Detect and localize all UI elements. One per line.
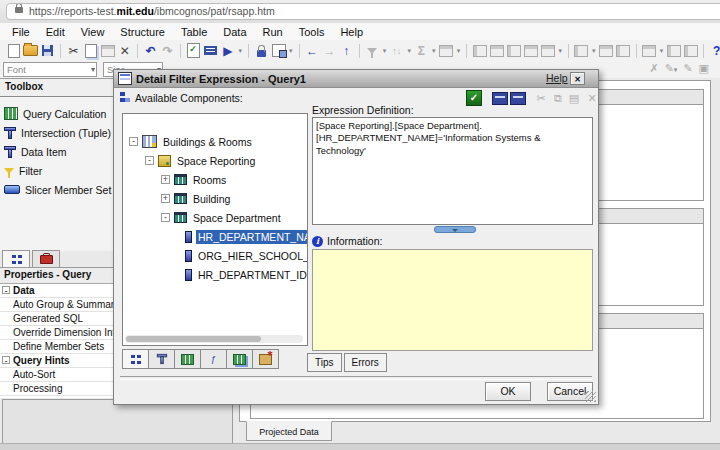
tab-data-items[interactable] [149, 349, 175, 369]
menu-edit[interactable]: Edit [38, 26, 73, 38]
tree-node-buildings-rooms[interactable]: - Buildings & Rooms [123, 132, 307, 151]
property-generated-sql[interactable]: Generated SQL [0, 312, 118, 326]
collapse-icon[interactable]: - [2, 286, 10, 294]
tab-parameters[interactable] [253, 349, 279, 369]
expression-editor[interactable]: [Space Reporting].[Space Department].[HR… [312, 117, 593, 225]
close-icon[interactable]: ✕ [570, 72, 585, 85]
tree-node-label[interactable]: Building [191, 192, 232, 206]
validate-report-icon[interactable] [185, 42, 202, 60]
expand-icon[interactable]: + [161, 175, 170, 184]
redo-icon[interactable]: ↷ [159, 42, 176, 60]
tab-projected-data-items[interactable]: Projected Data Items [246, 421, 332, 441]
menu-data[interactable]: Data [215, 26, 254, 38]
expand-icon[interactable]: + [161, 194, 170, 203]
summarize-arrow-icon[interactable]: ▾ [430, 47, 438, 55]
property-auto-group[interactable]: Auto Group & Summariz [0, 298, 118, 312]
splitter-handle[interactable] [434, 226, 476, 233]
go-up-icon[interactable]: ↑ [338, 42, 355, 60]
resize-grip[interactable] [585, 391, 596, 402]
sort-icon[interactable]: ↑↓ [388, 42, 405, 60]
summarize-icon[interactable]: Σ [413, 42, 430, 60]
tree-node-space-department[interactable]: - Space Department [123, 208, 307, 227]
property-override-dimension[interactable]: Override Dimension Info [0, 326, 118, 340]
headers-icon[interactable] [665, 42, 682, 60]
insert-single-value-icon[interactable] [492, 90, 508, 106]
property-define-member-sets[interactable]: Define Member Sets [0, 340, 118, 354]
tree-node-space-reporting[interactable]: - Space Reporting [123, 151, 307, 170]
menu-run[interactable]: Run [255, 26, 291, 38]
dialog-title-bar[interactable]: Detail Filter Expression - Query1 [114, 70, 598, 88]
cut-icon[interactable]: ✂ [65, 42, 82, 60]
image-style-icon[interactable]: ▣ [699, 62, 709, 75]
paste-icon[interactable] [99, 42, 116, 60]
visual-aids-arrow-icon[interactable]: ▾ [287, 47, 295, 55]
aggregate-arrow-icon[interactable]: ▾ [455, 47, 463, 55]
collapse-icon[interactable]: - [2, 356, 10, 364]
cut-expression-icon[interactable]: ✂ [533, 90, 549, 106]
insert-multiple-values-icon[interactable] [510, 90, 526, 106]
help-link[interactable]: Help [546, 72, 568, 84]
copy-icon[interactable] [82, 42, 99, 60]
pivot-icon[interactable] [615, 42, 632, 60]
property-group-query-hints[interactable]: - Query Hints [0, 354, 118, 368]
tree-node-building[interactable]: + Building [123, 189, 307, 208]
help-icon[interactable]: ? [708, 42, 720, 60]
sort-arrow-icon[interactable]: ▾ [405, 47, 413, 55]
table-style-icon[interactable] [641, 42, 658, 60]
toolbox-item-slicer-member-set[interactable]: Slicer Member Set [0, 180, 119, 199]
menu-help[interactable]: Help [332, 26, 371, 38]
tab-errors[interactable]: Errors [344, 353, 387, 372]
new-report-icon[interactable] [5, 42, 22, 60]
menu-view[interactable]: View [73, 26, 113, 38]
toolbox-item-query-calculation[interactable]: Query Calculation [0, 104, 119, 123]
tab-queries[interactable] [175, 349, 201, 369]
menu-structure[interactable]: Structure [112, 26, 173, 38]
tree-node-label[interactable]: Space Department [191, 211, 283, 225]
toolbox-item-data-item[interactable]: Data Item [0, 142, 119, 161]
insert-chart-icon[interactable] [522, 42, 539, 60]
view-xml-icon[interactable] [202, 42, 219, 60]
visual-aids-icon[interactable] [270, 42, 287, 60]
tab-toolbox[interactable] [32, 250, 60, 268]
ok-button[interactable]: OK [485, 382, 531, 401]
tab-tips[interactable]: Tips [307, 353, 342, 372]
tree-node-rooms[interactable]: + Rooms [123, 170, 307, 189]
tree-node-label[interactable]: Rooms [191, 173, 228, 187]
menu-table[interactable]: Table [173, 26, 215, 38]
insert-table-icon[interactable] [488, 42, 505, 60]
toolbox-item-filter[interactable]: Filter [0, 161, 119, 180]
menu-file[interactable]: File [4, 26, 38, 38]
tab-model[interactable] [122, 349, 149, 369]
insert-block-icon[interactable] [471, 42, 488, 60]
collapse-icon[interactable]: - [129, 137, 138, 146]
tab-macros[interactable] [227, 349, 253, 369]
back-icon[interactable]: ← [304, 42, 321, 60]
paste-expression-icon[interactable]: ▤ [566, 90, 582, 106]
collapse-icon[interactable]: - [145, 156, 154, 165]
toolbox-item-intersection-tuple[interactable]: Intersection (Tuple) [0, 123, 119, 142]
tree-node-label[interactable]: ORG_HIER_SCHOOL_ [196, 249, 308, 263]
property-auto-sort[interactable]: Auto-Sort [0, 368, 118, 382]
tree-node-label[interactable]: Buildings & Rooms [161, 135, 254, 149]
open-report-icon[interactable] [22, 42, 39, 60]
tree-node-label[interactable]: HR_DEPARTMENT_NA [196, 230, 308, 244]
insert-list-icon[interactable] [539, 42, 556, 60]
menu-tools[interactable]: Tools [291, 26, 333, 38]
apply-style-icon[interactable]: ✎ [683, 62, 692, 75]
run-options-arrow-icon[interactable]: ▾ [236, 47, 244, 55]
validate-expression-icon[interactable]: ✓ [466, 90, 482, 106]
font-select[interactable]: Font [3, 62, 97, 77]
pick-style-icon[interactable]: ✎▾ [665, 62, 678, 75]
property-processing[interactable]: Processing [0, 382, 118, 396]
table-style-arrow-icon[interactable]: ▾ [658, 47, 666, 55]
filters-icon[interactable] [364, 42, 381, 60]
undo-icon[interactable]: ↶ [142, 42, 159, 60]
property-group-data[interactable]: - Data [0, 284, 118, 298]
tree-node-label[interactable]: Space Reporting [175, 154, 257, 168]
insert-list-arrow-icon[interactable]: ▾ [556, 47, 564, 55]
tree-node-hr-department-id[interactable]: HR_DEPARTMENT_ID [123, 265, 307, 284]
forward-icon[interactable]: → [321, 42, 338, 60]
collapse-icon[interactable]: - [161, 213, 170, 222]
save-report-icon[interactable] [39, 42, 56, 60]
section-icon[interactable] [573, 42, 590, 60]
